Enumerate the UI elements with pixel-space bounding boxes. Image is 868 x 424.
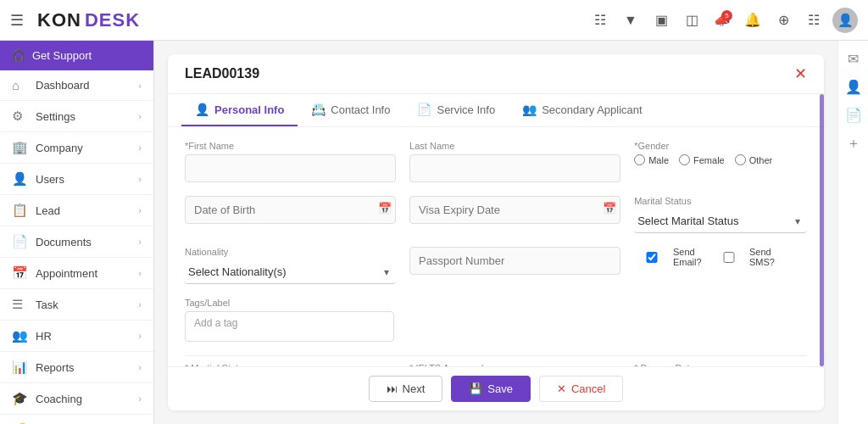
dob-input[interactable] bbox=[194, 202, 387, 218]
gender-male-option[interactable]: Male bbox=[634, 154, 669, 165]
sidebar-item-documents[interactable]: 📄Documents › bbox=[0, 226, 153, 258]
dropdown-icon[interactable]: ▼ bbox=[619, 8, 643, 32]
sidebar-label-settings: Settings bbox=[36, 110, 75, 123]
sidebar-label-task: Task bbox=[36, 298, 58, 311]
tab-service-info-label: Service Info bbox=[437, 103, 495, 116]
settings-icon: ⚙ bbox=[12, 109, 27, 124]
sidebar-item-accounts[interactable]: 💰Accounts › bbox=[0, 415, 153, 424]
cancel-icon: ✕ bbox=[557, 382, 566, 395]
right-email-icon[interactable]: ✉ bbox=[848, 51, 859, 67]
tab-personal-info[interactable]: 👤 Personal Info bbox=[181, 94, 298, 126]
add-icon[interactable]: ⊕ bbox=[771, 8, 795, 32]
notification-badge: 5 bbox=[721, 10, 732, 21]
gender-other-label: Other bbox=[749, 155, 773, 165]
nationality-group: Nationality Select Nationality(s) bbox=[185, 247, 396, 284]
next-button[interactable]: ⏭ Next bbox=[369, 376, 443, 402]
personal-info-form: *First Name Last Name *Gender Male bbox=[168, 127, 824, 366]
send-sms-checkbox[interactable] bbox=[712, 252, 746, 263]
chevron-icon: › bbox=[138, 393, 142, 404]
sidebar-label-documents: Documents bbox=[36, 236, 92, 248]
gender-female-radio[interactable] bbox=[679, 154, 690, 165]
gender-female-option[interactable]: Female bbox=[679, 154, 725, 165]
close-button[interactable]: ✕ bbox=[794, 64, 807, 83]
sidebar-item-reports[interactable]: 📊Reports › bbox=[0, 352, 153, 383]
sidebar-label-coaching: Coaching bbox=[36, 393, 82, 405]
send-email-label: Send Email? bbox=[673, 247, 702, 267]
window-icon[interactable]: ▣ bbox=[649, 8, 673, 32]
sidebar-item-appointment[interactable]: 📅Appointment › bbox=[0, 258, 153, 289]
marital-status-label: Marital Status bbox=[634, 196, 807, 206]
tags-label: Tags/Label bbox=[185, 298, 394, 308]
gender-male-radio[interactable] bbox=[634, 154, 645, 165]
passport-input[interactable] bbox=[419, 253, 611, 269]
visa-expiry-input[interactable] bbox=[419, 202, 611, 218]
sidebar-label-users: Users bbox=[36, 173, 64, 186]
sidebar-item-company[interactable]: 🏢Company › bbox=[0, 132, 153, 164]
passport-group bbox=[409, 247, 620, 275]
lead-modal: LEAD00139 ✕ 👤 Personal Info 📇 Contact In… bbox=[168, 54, 824, 410]
megaphone-icon[interactable]: 📣 5 bbox=[710, 8, 734, 32]
tags-input[interactable]: Add a tag bbox=[185, 311, 394, 342]
save-button[interactable]: 💾 Save bbox=[451, 376, 531, 402]
hamburger-icon[interactable]: ☰ bbox=[10, 11, 24, 30]
email-sms-group: Send Email? Send SMS? bbox=[634, 247, 807, 267]
sidebar-item-lead[interactable]: 📋Lead › bbox=[0, 195, 153, 226]
right-add-icon[interactable]: ＋ bbox=[847, 135, 860, 153]
send-sms-label: Send SMS? bbox=[749, 247, 776, 267]
section-divider bbox=[185, 355, 807, 356]
sidebar-item-coaching[interactable]: 🎓Coaching › bbox=[0, 383, 153, 415]
ielts-label: * IELTS Appeared bbox=[409, 363, 620, 366]
send-email-checkbox[interactable] bbox=[634, 252, 670, 263]
tab-contact-info[interactable]: 📇 Contact Info bbox=[298, 94, 403, 126]
apps-icon[interactable]: ☷ bbox=[802, 8, 826, 32]
monitor-icon[interactable]: ◫ bbox=[680, 8, 704, 32]
lead-title: LEAD00139 bbox=[185, 66, 259, 81]
company-icon: 🏢 bbox=[12, 140, 27, 155]
chevron-icon: › bbox=[138, 268, 142, 278]
last-name-input[interactable] bbox=[419, 160, 611, 176]
marital-status-group: Marital Status Select Marital Status bbox=[634, 196, 807, 233]
sidebar-item-task[interactable]: ☰Task › bbox=[0, 289, 153, 321]
gender-other-option[interactable]: Other bbox=[735, 154, 773, 165]
gender-other-radio[interactable] bbox=[735, 154, 746, 165]
sidebar-get-support[interactable]: 🎧 Get Support bbox=[0, 41, 153, 70]
tab-secondary-applicant[interactable]: 👥 Secondary Applicant bbox=[509, 94, 656, 126]
sidebar-item-hr[interactable]: 👥HR › bbox=[0, 321, 153, 352]
support-label: Get Support bbox=[32, 49, 92, 62]
first-name-group: *First Name bbox=[185, 141, 396, 182]
avatar[interactable]: 👤 bbox=[832, 8, 858, 33]
visa-expiry-group: 📅 bbox=[409, 196, 620, 224]
coaching-icon: 🎓 bbox=[12, 391, 27, 406]
bell-icon[interactable]: 🔔 bbox=[741, 8, 765, 32]
cancel-button[interactable]: ✕ Cancel bbox=[539, 376, 623, 402]
sidebar-item-dashboard[interactable]: ⌂Dashboard › bbox=[0, 70, 153, 101]
secondary-applicant-tab-icon: 👥 bbox=[522, 103, 537, 116]
lead-card-header: LEAD00139 ✕ bbox=[168, 54, 824, 94]
sidebar-item-users[interactable]: 👤Users › bbox=[0, 164, 153, 195]
next-icon: ⏭ bbox=[387, 382, 398, 395]
dashboard-icon: ⌂ bbox=[12, 78, 27, 92]
vertical-scrollbar[interactable] bbox=[820, 94, 824, 366]
marital-status-select[interactable]: Select Marital Status bbox=[634, 209, 807, 233]
first-name-input[interactable] bbox=[194, 160, 387, 176]
chevron-icon: › bbox=[138, 205, 142, 215]
tab-contact-info-label: Contact Info bbox=[331, 103, 390, 116]
lead-card-body: 👤 Personal Info 📇 Contact Info 📄 Service… bbox=[168, 94, 824, 366]
send-sms-option[interactable]: Send SMS? bbox=[712, 247, 776, 267]
logo-desk: DESK bbox=[85, 9, 140, 31]
right-panel: LEAD00139 ✕ 👤 Personal Info 📇 Contact In… bbox=[154, 41, 837, 424]
right-profile-icon[interactable]: 👤 bbox=[845, 79, 862, 95]
send-email-option[interactable]: Send Email? bbox=[634, 247, 701, 267]
support-icon: 🎧 bbox=[12, 49, 25, 62]
tab-service-info[interactable]: 📄 Service Info bbox=[403, 94, 509, 126]
gender-female-label: Female bbox=[693, 155, 725, 165]
sidebar-label-appointment: Appointment bbox=[36, 267, 97, 280]
dummy-date-label: * Dummy Date bbox=[634, 363, 807, 366]
gender-options: Male Female Other bbox=[634, 154, 807, 165]
save-icon: 💾 bbox=[469, 382, 482, 395]
checkbox-group: Send Email? Send SMS? bbox=[634, 247, 807, 267]
sidebar-item-settings[interactable]: ⚙Settings › bbox=[0, 101, 153, 132]
right-document-icon[interactable]: 📄 bbox=[845, 107, 862, 123]
next-label: Next bbox=[403, 382, 426, 395]
nationality-select[interactable]: Select Nationality(s) bbox=[185, 260, 396, 284]
